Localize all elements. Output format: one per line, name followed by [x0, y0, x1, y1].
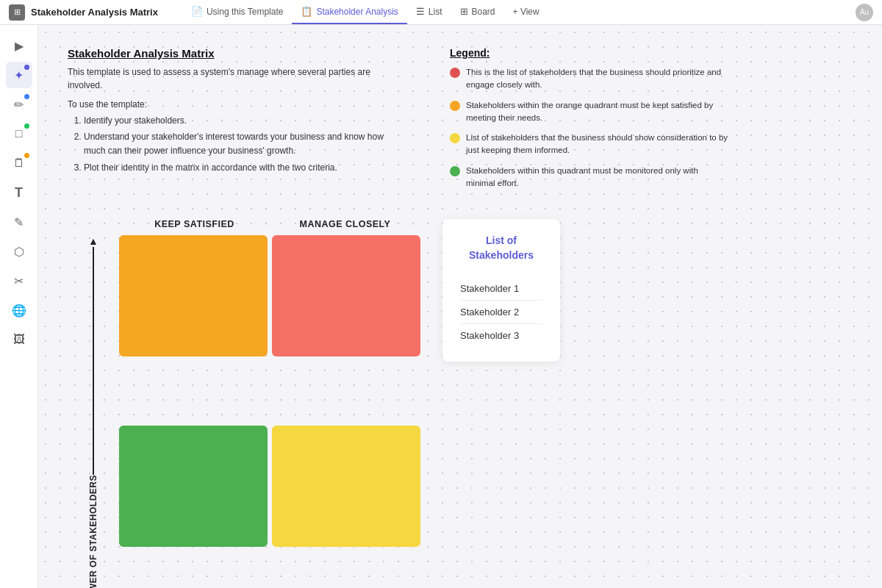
sidebar-item-magic[interactable]: ✦ — [6, 62, 32, 88]
logo-icon: ⊞ — [9, 4, 25, 21]
stakeholder-item-3[interactable]: Stakeholder 3 — [460, 324, 542, 347]
board-icon: ⊞ — [460, 6, 468, 17]
header-tabs: 📄 Using this Template 📋 Stakeholder Anal… — [182, 0, 856, 24]
card-title: List of Stakeholders — [460, 234, 542, 262]
shape-dot — [24, 123, 29, 129]
legend-item-red: This is the list of stakeholders that th… — [450, 66, 729, 92]
header-right: Au — [856, 4, 873, 21]
app-title: Stakeholder Analysis Matrix — [31, 7, 158, 18]
cursor-icon: ▶ — [15, 39, 24, 53]
tab-board[interactable]: ⊞ Board — [451, 0, 504, 24]
pen-dot — [24, 94, 29, 99]
y-axis-label: POWER OF STAKEHOLDERS — [88, 475, 98, 588]
list-item: Understand your stakeholder's interest t… — [84, 130, 406, 158]
list-item: Identify your stakeholders. — [84, 114, 406, 128]
cell-keep-informed[interactable] — [272, 426, 420, 547]
sidebar-item-mindmap[interactable]: ⬡ — [6, 238, 32, 265]
tab-list[interactable]: ☰ List — [407, 0, 451, 24]
main-layout: ▶ ✦ ✏ □ 🗒 T ✎ ⬡ ✂ 🌐 — [0, 25, 882, 588]
matrix-inner: POWER OF STAKEHOLDERS — [68, 235, 420, 588]
tab-stakeholder-analysis[interactable]: 📋 Stakeholder Analysis — [292, 0, 406, 24]
legend-item-orange: Stakeholders within the orange quadrant … — [450, 99, 729, 125]
info-section: Stakeholder Analysis Matrix This templat… — [68, 47, 729, 197]
note-dot — [24, 153, 29, 158]
legend-dot-red — [450, 68, 460, 78]
pen-icon: ✏ — [14, 98, 24, 112]
legend-dot-orange — [450, 101, 460, 111]
matrix-grid — [119, 235, 420, 588]
sidebar-item-note[interactable]: 🗒 — [6, 150, 32, 176]
stakeholder-card: List of Stakeholders Stakeholder 1 Stake… — [442, 219, 560, 362]
legend-dot-yellow — [450, 133, 460, 143]
stakeholder-item-2[interactable]: Stakeholder 2 — [460, 301, 542, 324]
shape-icon: □ — [15, 127, 23, 140]
cell-manage-closely[interactable] — [272, 235, 420, 356]
legend-item-green: Stakeholders within this quadrant must b… — [450, 165, 729, 190]
legend-dot-green — [450, 166, 460, 176]
sidebar-item-pen[interactable]: ✏ — [6, 91, 32, 118]
main-title: Stakeholder Analysis Matrix — [68, 47, 406, 60]
main-description: This template is used to assess a system… — [68, 65, 406, 92]
magic-dot — [24, 65, 29, 70]
list-item: Plot their identity in the matrix in acc… — [84, 161, 406, 175]
legend-text-red: This is the list of stakeholders that th… — [466, 66, 729, 92]
instructions-label: To use the template: — [68, 99, 406, 110]
sidebar-item-globe[interactable]: 🌐 — [6, 297, 32, 323]
y-axis: POWER OF STAKEHOLDERS — [68, 235, 119, 588]
y-axis-arrow — [88, 235, 98, 475]
legend-text-green: Stakeholders within this quadrant must b… — [466, 165, 729, 190]
avatar: Au — [856, 4, 873, 21]
list-icon: ☰ — [416, 6, 425, 17]
legend-item-yellow: List of stakeholders that the business s… — [450, 132, 729, 157]
cell-keep-satisfied[interactable] — [119, 235, 268, 356]
instructions-list: Identify your stakeholders. Understand y… — [68, 114, 406, 175]
sidebar-item-image[interactable]: 🖼 — [6, 326, 32, 353]
main-content: Stakeholder Analysis Matrix This templat… — [38, 25, 882, 588]
image-icon: 🖼 — [13, 333, 25, 346]
sidebar-item-brush[interactable]: ✎ — [6, 209, 32, 235]
sidebar-item-cursor[interactable]: ▶ — [6, 32, 32, 59]
legend-text-yellow: List of stakeholders that the business s… — [466, 132, 729, 157]
label-keep-satisfied: KEEP SATISFIED — [119, 219, 270, 229]
connect-icon: ✂ — [14, 274, 24, 288]
y-axis-line — [93, 247, 95, 475]
analysis-icon: 📋 — [301, 6, 312, 17]
info-right: Legend: This is the list of stakeholders… — [450, 47, 729, 197]
matrix-container: KEEP SATISFIED MANAGE CLOSELY POWER OF S… — [68, 219, 420, 588]
legend-title: Legend: — [450, 47, 729, 59]
mindmap-icon: ⬡ — [14, 245, 24, 259]
sidebar-item-text[interactable]: T — [6, 179, 32, 206]
app-logo: ⊞ Stakeholder Analysis Matrix — [9, 4, 158, 21]
text-icon: T — [15, 185, 23, 201]
legend-text-orange: Stakeholders within the orange quadrant … — [466, 99, 729, 125]
sidebar: ▶ ✦ ✏ □ 🗒 T ✎ ⬡ ✂ 🌐 — [0, 25, 38, 588]
note-icon: 🗒 — [13, 157, 25, 170]
header: ⊞ Stakeholder Analysis Matrix 📄 Using th… — [0, 0, 882, 25]
doc-icon: 📄 — [191, 6, 203, 17]
cell-monitor[interactable] — [119, 426, 268, 547]
magic-icon: ✦ — [14, 68, 24, 82]
sidebar-item-shape[interactable]: □ — [6, 121, 32, 147]
add-view-button[interactable]: + View — [504, 0, 548, 24]
stakeholder-item-1[interactable]: Stakeholder 1 — [460, 277, 542, 301]
info-left: Stakeholder Analysis Matrix This templat… — [68, 47, 406, 197]
sidebar-item-connect[interactable]: ✂ — [6, 268, 32, 294]
brush-icon: ✎ — [14, 215, 24, 229]
matrix-top-labels: KEEP SATISFIED MANAGE CLOSELY — [119, 219, 420, 229]
label-manage-closely: MANAGE CLOSELY — [270, 219, 420, 229]
globe-icon: 🌐 — [12, 304, 26, 318]
tab-using-template[interactable]: 📄 Using this Template — [182, 0, 293, 24]
matrix-area: KEEP SATISFIED MANAGE CLOSELY POWER OF S… — [68, 219, 853, 588]
